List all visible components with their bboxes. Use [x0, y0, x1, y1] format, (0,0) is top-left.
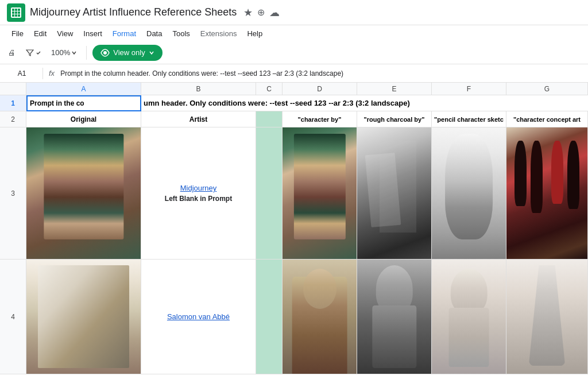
cell-a2[interactable]: Original [26, 111, 141, 127]
fx-icon: fx [47, 69, 57, 78]
row-num-1[interactable]: 1 [0, 95, 26, 111]
cell-e4[interactable] [357, 260, 432, 374]
col-headers-row: A B C D E F G [0, 83, 588, 95]
zoom-value: 100% [51, 48, 70, 57]
cell-g4[interactable] [506, 260, 588, 374]
header-artist: Artist [141, 111, 256, 127]
col-header-c[interactable]: C [256, 83, 283, 95]
row1-content: umn header. Only conditions were: --test… [144, 99, 410, 107]
col-header-e[interactable]: E [357, 83, 432, 95]
col-header-a[interactable]: A [26, 83, 141, 95]
view-only-button[interactable]: View only [92, 45, 162, 61]
menu-insert[interactable]: Insert [79, 27, 107, 40]
cell-d2[interactable]: "character by" [283, 111, 357, 127]
header-concept-art: "character concept art [506, 111, 587, 127]
image-original-r3 [26, 127, 141, 259]
menu-format[interactable]: Format [108, 27, 141, 40]
row-num-4[interactable]: 4 [0, 260, 26, 374]
row-num-2[interactable]: 2 [0, 111, 26, 127]
menu-view[interactable]: View [52, 27, 78, 40]
image-original-r4 [26, 260, 141, 374]
image-charby-r3 [283, 127, 357, 259]
sheet: A B C D E F G 1 Prompt in the co umn hea… [0, 83, 588, 374]
menu-extensions[interactable]: Extensions [196, 27, 242, 40]
header-char-by: "character by" [283, 111, 357, 127]
zoom-button[interactable]: 100% [48, 46, 80, 59]
formula-divider [42, 68, 43, 79]
header-pencil-sketch: "pencil character sketc [432, 111, 506, 127]
cell-e3[interactable] [357, 127, 432, 260]
artist-link-r3[interactable]: Midjourney [180, 184, 217, 192]
cell-f4[interactable] [432, 260, 506, 374]
artist-info-r4: Salomon van Abbé [141, 260, 256, 374]
share-icon[interactable]: ⊕ [257, 7, 265, 18]
cell-c2[interactable] [256, 111, 283, 127]
cell-reference[interactable] [5, 69, 39, 78]
row-3: 3 Midjourney Left Blank in Prompt [0, 127, 588, 260]
row-num-corner [0, 83, 26, 95]
menu-file[interactable]: File [7, 27, 28, 40]
artist-info-r3: Midjourney Left Blank in Prompt [141, 127, 256, 259]
cell-a3[interactable] [26, 127, 141, 260]
col-header-g[interactable]: G [506, 83, 588, 95]
sheet-container: A B C D E F G 1 Prompt in the co umn hea… [0, 83, 588, 391]
image-pencil-r3 [432, 127, 506, 259]
cell-e2[interactable]: "rough charcoal by" [357, 111, 432, 127]
filter-button[interactable] [22, 47, 44, 59]
menu-edit[interactable]: Edit [29, 27, 51, 40]
cloud-icon: ☁ [269, 6, 280, 19]
cell-b4[interactable]: Salomon van Abbé [141, 260, 256, 374]
formula-bar: fx Prompt in the column header. Only con… [0, 64, 588, 83]
col-header-d[interactable]: D [283, 83, 357, 95]
image-charby-r4 [283, 260, 357, 374]
cell-a1[interactable]: Prompt in the co [26, 95, 141, 111]
image-charcoal-r4 [357, 260, 431, 374]
row-num-3[interactable]: 3 [0, 127, 26, 260]
image-concept-r4 [506, 260, 587, 374]
menu-tools[interactable]: Tools [168, 27, 194, 40]
row-2: 2 Original Artist "character by" "rough … [0, 111, 588, 127]
print-button[interactable]: 🖨 [5, 46, 19, 59]
cell-b2[interactable]: Artist [141, 111, 256, 127]
header-original: Original [26, 111, 141, 127]
toolbar-divider [86, 46, 87, 60]
row-1: 1 Prompt in the co umn header. Only cond… [0, 95, 588, 111]
cell-c4[interactable] [256, 260, 283, 374]
formula-content: Prompt in the column header. Only condit… [60, 69, 583, 78]
menu-bar: File Edit View Insert Format Data Tools … [0, 25, 588, 41]
cell-a4[interactable] [26, 260, 141, 374]
cell-c3[interactable] [256, 127, 283, 260]
cell-d3[interactable] [283, 127, 357, 260]
image-pencil-r4 [432, 260, 506, 374]
title-bar: Midjourney Artist Influence Reference Sh… [0, 0, 588, 25]
star-icon[interactable]: ★ [243, 6, 253, 19]
artist-sub-r3: Left Blank in Prompt [165, 195, 232, 203]
svg-point-0 [103, 51, 107, 55]
cell-f2[interactable]: "pencil character sketc [432, 111, 506, 127]
image-concept-r3 [506, 127, 587, 259]
artist-link-r4[interactable]: Salomon van Abbé [167, 312, 230, 321]
cell-b1[interactable]: umn header. Only conditions were: --test… [141, 95, 588, 111]
cell-g3[interactable] [506, 127, 588, 260]
col-header-f[interactable]: F [432, 83, 506, 95]
menu-help[interactable]: Help [242, 27, 267, 40]
menu-data[interactable]: Data [142, 27, 167, 40]
cell-b3[interactable]: Midjourney Left Blank in Prompt [141, 127, 256, 260]
view-only-label: View only [113, 48, 145, 57]
document-title: Midjourney Artist Influence Reference Sh… [30, 6, 237, 18]
col-header-b[interactable]: B [141, 83, 256, 95]
app-icon [7, 3, 25, 22]
cell-f3[interactable] [432, 127, 506, 260]
row-4: 4 Salomon van Abbé [0, 260, 588, 374]
toolbar: 🖨 100% View only [0, 41, 588, 64]
header-rough-charcoal: "rough charcoal by" [357, 111, 431, 127]
cell-d4[interactable] [283, 260, 357, 374]
image-charcoal-r3 [357, 127, 431, 259]
cell-g2[interactable]: "character concept art [506, 111, 588, 127]
